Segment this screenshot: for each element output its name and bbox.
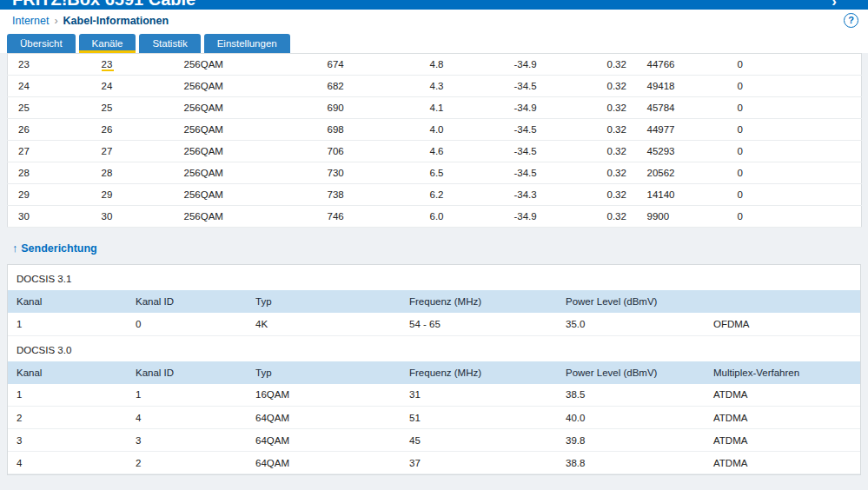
- table-cell: -34.5: [504, 162, 597, 184]
- table-cell: 0.32: [597, 141, 637, 162]
- tab-kanaele[interactable]: Kanäle: [79, 34, 136, 53]
- table-cell: 51: [401, 407, 557, 429]
- table-cell: 54 - 65: [401, 313, 557, 335]
- table-cell: 28: [91, 162, 174, 184]
- upstream-heading-label: Senderichtung: [21, 242, 97, 255]
- table-cell: 45293: [637, 141, 727, 162]
- table-row: 104K54 - 6535.0OFDMA: [8, 313, 860, 335]
- table-cell: 256QAM: [174, 54, 317, 76]
- app-header: FRITZ!Box 6591 Cable ›: [0, 0, 868, 10]
- table-cell: 25: [8, 97, 91, 119]
- table-cell: 29: [91, 184, 174, 206]
- table-cell: 746: [317, 206, 420, 228]
- table-cell: 0: [127, 313, 247, 335]
- app-title: FRITZ!Box 6591 Cable: [12, 0, 195, 10]
- table-cell: 256QAM: [174, 162, 317, 184]
- table-row: 2626256QAM6984.0-34.50.32449770: [8, 119, 862, 141]
- column-header-typ: Typ: [247, 290, 401, 313]
- table-cell: 0: [727, 76, 862, 97]
- table-cell: 25: [91, 97, 174, 119]
- downstream-channel-table: 2323256QAM6744.8-34.90.324476602424256QA…: [7, 53, 862, 228]
- table-cell: -34.9: [504, 97, 597, 119]
- table-cell: 27: [8, 141, 91, 162]
- column-header-typ: Typ: [247, 361, 401, 384]
- docsis30-title: DOCSIS 3.0: [8, 336, 860, 361]
- table-cell: 6.0: [420, 206, 504, 228]
- table-cell: 256QAM: [174, 184, 317, 206]
- column-header-kanal: Kanal: [8, 361, 127, 384]
- chevron-right-icon[interactable]: ›: [832, 0, 837, 10]
- table-cell: ATDMA: [705, 452, 860, 474]
- column-header-power-level: Power Level (dBmV): [557, 290, 705, 313]
- column-header-kanal-id: Kanal ID: [127, 361, 247, 384]
- docsis30-table: Kanal Kanal ID Typ Frequenz (MHz) Power …: [8, 361, 860, 475]
- table-cell: -34.5: [504, 119, 597, 141]
- tab-einstellungen[interactable]: Einstellungen: [204, 34, 290, 53]
- table-cell: 31: [401, 384, 557, 407]
- table-cell: 0: [727, 184, 862, 206]
- docsis31-table-body: 104K54 - 6535.0OFDMA: [8, 313, 860, 335]
- tab-statistik[interactable]: Statistik: [139, 34, 200, 53]
- table-cell: 4.6: [420, 141, 504, 162]
- table-row: 2525256QAM6904.1-34.90.32457840: [8, 97, 862, 119]
- table-row: 2323256QAM6744.8-34.90.32447660: [8, 54, 862, 76]
- table-cell: 256QAM: [174, 97, 317, 119]
- table-cell: 24: [91, 76, 174, 97]
- table-cell: 682: [317, 76, 420, 97]
- table-cell: 0.32: [597, 54, 637, 76]
- column-header-frequenz: Frequenz (MHz): [401, 361, 557, 384]
- table-cell: 2: [8, 407, 127, 429]
- table-cell: 0: [727, 206, 862, 228]
- up-arrow-icon: ↑: [12, 242, 17, 255]
- table-cell: 0.32: [597, 184, 637, 206]
- table-cell: 45784: [637, 97, 727, 119]
- help-icon[interactable]: ?: [844, 13, 858, 28]
- tab-uebersicht[interactable]: Übersicht: [7, 34, 76, 53]
- table-cell: 4: [127, 407, 247, 429]
- table-cell: -34.5: [504, 76, 597, 97]
- table-cell: 23: [91, 54, 174, 76]
- table-cell: -34.3: [504, 184, 597, 206]
- table-cell: 26: [91, 119, 174, 141]
- table-cell: 256QAM: [174, 119, 317, 141]
- upstream-heading: ↑Senderichtung: [12, 242, 868, 255]
- column-header-power-level: Power Level (dBmV): [557, 361, 705, 384]
- docsis31-header-row: Kanal Kanal ID Typ Frequenz (MHz) Power …: [8, 290, 860, 313]
- table-row: 2464QAM5140.0ATDMA: [8, 407, 860, 429]
- table-row: 3030256QAM7466.0-34.90.3299000: [8, 206, 862, 228]
- breadcrumb-internet[interactable]: Internet: [12, 15, 49, 27]
- table-cell: 674: [317, 54, 420, 76]
- table-cell: 690: [317, 97, 420, 119]
- table-cell: 706: [317, 141, 420, 162]
- table-cell: 14140: [637, 184, 727, 206]
- table-cell: 6.5: [420, 162, 504, 184]
- table-row: 2727256QAM7064.6-34.50.32452930: [8, 141, 862, 162]
- table-cell: 1: [8, 313, 127, 335]
- table-cell: 44977: [637, 119, 727, 141]
- table-row: 2424256QAM6824.3-34.50.32494180: [8, 76, 862, 97]
- table-cell: 0.32: [597, 162, 637, 184]
- table-cell: 4K: [247, 313, 401, 335]
- table-cell: 256QAM: [174, 206, 317, 228]
- column-header-blank: [705, 290, 860, 313]
- table-cell: 0: [727, 97, 862, 119]
- table-cell: 0.32: [597, 76, 637, 97]
- table-cell: 4: [8, 452, 127, 474]
- table-cell: 738: [317, 184, 420, 206]
- table-cell: 24: [8, 76, 91, 97]
- table-cell: ATDMA: [705, 407, 860, 429]
- table-cell: 256QAM: [174, 141, 317, 162]
- table-cell: 23: [8, 54, 91, 76]
- table-cell: 2: [127, 452, 247, 474]
- table-cell: 3: [127, 429, 247, 452]
- table-cell: 16QAM: [247, 384, 401, 407]
- table-cell: -34.9: [504, 206, 597, 228]
- table-cell: 40.0: [557, 407, 705, 429]
- breadcrumb-separator-icon: ›: [54, 15, 57, 27]
- table-cell: 698: [317, 119, 420, 141]
- column-header-multiplex: Multiplex-Verfahren: [705, 361, 860, 384]
- table-cell: -34.5: [504, 141, 597, 162]
- table-row: 2828256QAM7306.5-34.50.32205620: [8, 162, 862, 184]
- table-cell: 3: [8, 429, 127, 452]
- upstream-section: DOCSIS 3.1 Kanal Kanal ID Typ Frequenz (…: [7, 264, 861, 475]
